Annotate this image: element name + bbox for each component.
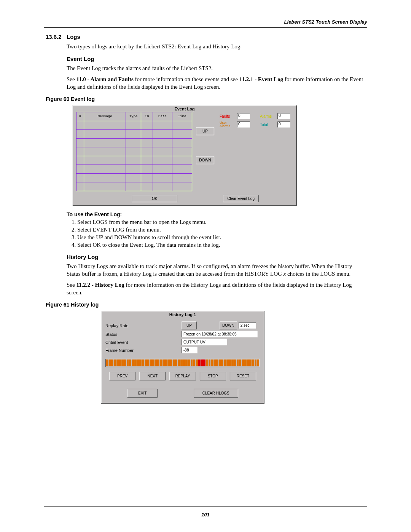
figure60-caption: Figure 60 Event log [46, 96, 367, 102]
event-log-table: # Message Type ID Date Time [76, 112, 192, 191]
replay-up-button[interactable]: UP [182, 321, 197, 329]
replay-button[interactable]: REPLAY [169, 372, 196, 380]
total-value: 0 [277, 121, 290, 128]
replay-rate-label: Replay Rate [105, 323, 159, 328]
exit-button[interactable]: EXIT [127, 389, 158, 398]
faults-value: 0 [237, 113, 250, 119]
alarms-label: Alarms [260, 114, 275, 118]
table-row [76, 130, 192, 139]
table-row [76, 139, 192, 147]
history-progress-bar [105, 359, 260, 367]
table-row [76, 165, 192, 174]
col-date: Date [153, 112, 172, 121]
page-number: 101 [0, 512, 411, 518]
history-log-heading: History Log [67, 254, 367, 260]
col-num: # [76, 112, 84, 121]
status-label: Status [105, 332, 159, 337]
down-button[interactable]: DOWN [196, 156, 214, 164]
step-1: Select LOGS from the menu bar to open th… [77, 219, 367, 225]
status-value: Frozen on 10/28/02 at 08:30:05 [182, 331, 258, 337]
intro-paragraph: Two types of logs are kept by the Lieber… [67, 43, 367, 50]
history-log-p2: See 11.2.2 - History Log for more inform… [67, 281, 367, 297]
clear-hlogs-button[interactable]: CLEAR HLOGS [194, 389, 238, 398]
alarms-value: 0 [277, 113, 290, 119]
col-type: Type [126, 112, 141, 121]
prev-button[interactable]: PREV [109, 372, 135, 380]
event-log-p1: The Event Log tracks the alarms and faul… [67, 64, 367, 72]
replay-down-button[interactable]: DOWN [220, 321, 237, 329]
event-log-p2: See 11.0 - Alarm and Faults for more inf… [67, 75, 367, 91]
up-button[interactable]: UP [196, 127, 214, 135]
step-2: Select EVENT LOG from the menu. [77, 227, 367, 233]
user-alarms-label: User Alarms [220, 121, 235, 128]
user-alarms-value: 0 [237, 121, 250, 128]
critical-event-value: OUTPUT UV [182, 339, 227, 345]
event-log-heading: Event Log [67, 56, 367, 62]
header-rule [44, 27, 367, 28]
col-id: ID [141, 112, 153, 121]
history-log-title: History Log 1 [102, 312, 264, 318]
total-label: Total [260, 123, 275, 127]
history-log-window: History Log 1 Replay Rate UP DOWN 2 sec … [101, 311, 264, 404]
replay-rate-value: 2 sec [239, 322, 256, 329]
table-row [76, 156, 192, 165]
section-title: Logs [67, 34, 80, 40]
col-message: Message [84, 112, 126, 121]
col-time: Time [172, 112, 192, 121]
critical-event-label: Critial Event [105, 340, 159, 345]
event-log-title: Event Log [73, 106, 296, 112]
step-4: Select OK to close the Event Log. The da… [77, 242, 367, 248]
table-row [76, 174, 192, 182]
next-button[interactable]: NEXT [139, 372, 166, 380]
event-log-stats: Faults 0 Alarms 0 User Alarms 0 Total 0 [220, 112, 290, 191]
step-3: Use the UP and DOWN buttons to scroll th… [77, 234, 367, 241]
use-event-log-heading: To use the Event Log: [67, 211, 367, 217]
history-log-p1: Two History Logs are available to track … [67, 262, 367, 278]
section-number: 13.6.2 [46, 34, 67, 40]
page-header: Liebert STS2 Touch Screen Display [284, 19, 367, 25]
reset-button[interactable]: RESET [230, 372, 256, 380]
footer-rule [44, 506, 367, 506]
event-log-steps: Select LOGS from the menu bar to open th… [67, 219, 367, 248]
table-row [76, 182, 192, 191]
frame-number-label: Frame Number [105, 348, 159, 353]
ok-button[interactable]: OK [132, 195, 177, 202]
frame-number-value: -38 [182, 347, 198, 353]
faults-label: Faults [220, 114, 235, 118]
clear-event-log-button[interactable]: Clear Event Log [223, 195, 259, 202]
table-row [76, 147, 192, 156]
figure61-caption: Figure 61 History log [46, 302, 367, 308]
stop-button[interactable]: STOP [200, 372, 226, 380]
table-row [76, 121, 192, 130]
event-log-window: Event Log # Message Type ID Date Time [72, 105, 297, 206]
